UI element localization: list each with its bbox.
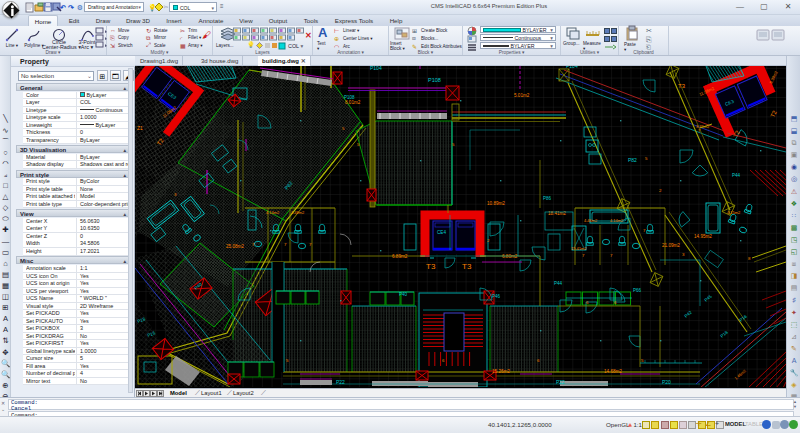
svg-text:P104: P104	[566, 66, 578, 69]
svg-text:P46: P46	[492, 294, 501, 299]
svg-text:4.14m2: 4.14m2	[266, 210, 280, 215]
svg-text:P66: P66	[633, 288, 642, 293]
svg-text:14.68m2: 14.68m2	[604, 369, 622, 374]
svg-text:19.41m2: 19.41m2	[571, 246, 587, 251]
svg-text:P40: P40	[399, 292, 408, 297]
svg-text:21.09m2: 21.09m2	[662, 243, 680, 248]
svg-text:P22: P22	[556, 379, 565, 385]
svg-text:P104: P104	[370, 66, 382, 71]
svg-text:P82: P82	[628, 157, 637, 163]
svg-text:P108: P108	[428, 77, 441, 83]
svg-text:4.14m2: 4.14m2	[610, 218, 624, 223]
svg-text:P22: P22	[336, 379, 345, 385]
svg-text:25.08m2: 25.08m2	[226, 244, 244, 249]
svg-text:5.01m2: 5.01m2	[514, 93, 530, 98]
svg-text:P44: P44	[732, 173, 741, 178]
svg-text:15.26m2: 15.26m2	[492, 369, 510, 374]
svg-text:P20: P20	[662, 379, 671, 385]
svg-text:4.48m2: 4.48m2	[291, 210, 305, 215]
svg-text:4.46m2: 4.46m2	[584, 218, 598, 223]
svg-text:T3: T3	[426, 262, 436, 271]
svg-text:Z1: Z1	[137, 125, 143, 131]
svg-text:CE4: CE4	[437, 230, 446, 235]
svg-text:T3: T3	[462, 262, 472, 271]
svg-text:P86: P86	[543, 196, 552, 201]
svg-text:10.89m2: 10.89m2	[487, 201, 505, 206]
svg-text:T3: T3	[678, 83, 686, 89]
svg-text:4.15m2: 4.15m2	[727, 210, 741, 215]
svg-text:8.01m2: 8.01m2	[345, 100, 361, 105]
svg-text:P44: P44	[554, 281, 563, 286]
svg-text:6.89m2: 6.89m2	[392, 254, 408, 259]
svg-text:6.80m2: 6.80m2	[502, 254, 518, 259]
svg-text:14.95m2: 14.95m2	[694, 234, 712, 239]
